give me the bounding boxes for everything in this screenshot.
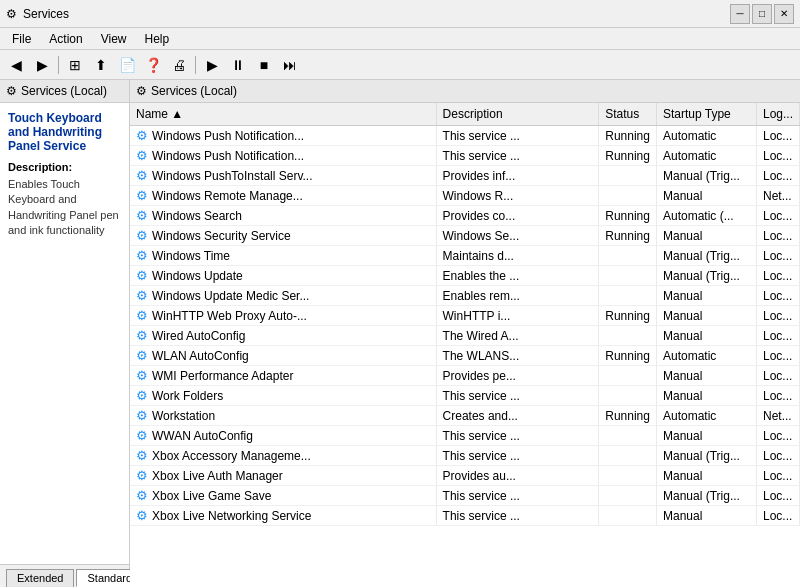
service-desc-cell: Provides pe... bbox=[436, 366, 599, 386]
menu-action[interactable]: Action bbox=[41, 30, 90, 48]
service-log-cell: Loc... bbox=[756, 226, 799, 246]
table-row[interactable]: ⚙Work FoldersThis service ...ManualLoc..… bbox=[130, 386, 800, 406]
service-desc-cell: The Wired A... bbox=[436, 326, 599, 346]
service-startup-cell: Manual (Trig... bbox=[656, 266, 756, 286]
service-status-cell: Running bbox=[599, 126, 657, 146]
col-status[interactable]: Status bbox=[599, 103, 657, 126]
table-row[interactable]: ⚙WorkstationCreates and...RunningAutomat… bbox=[130, 406, 800, 426]
service-name-cell: ⚙Work Folders bbox=[130, 386, 436, 406]
properties-button[interactable]: 📄 bbox=[115, 53, 139, 77]
service-log-cell: Loc... bbox=[756, 126, 799, 146]
selected-service-title: Touch Keyboard and Handwriting Panel Ser… bbox=[8, 111, 121, 153]
service-status-cell bbox=[599, 366, 657, 386]
menu-view[interactable]: View bbox=[93, 30, 135, 48]
tab-extended[interactable]: Extended bbox=[6, 569, 74, 587]
left-panel-icon: ⚙ bbox=[6, 84, 17, 98]
service-name-cell: ⚙Xbox Accessory Manageme... bbox=[130, 446, 436, 466]
table-row[interactable]: ⚙Xbox Live Networking ServiceThis servic… bbox=[130, 506, 800, 526]
table-row[interactable]: ⚙Xbox Live Game SaveThis service ...Manu… bbox=[130, 486, 800, 506]
service-name-cell: ⚙WLAN AutoConfig bbox=[130, 346, 436, 366]
table-row[interactable]: ⚙WinHTTP Web Proxy Auto-...WinHTTP i...R… bbox=[130, 306, 800, 326]
service-status-cell bbox=[599, 466, 657, 486]
menu-file[interactable]: File bbox=[4, 30, 39, 48]
table-row[interactable]: ⚙Windows UpdateEnables the ...Manual (Tr… bbox=[130, 266, 800, 286]
service-status-cell bbox=[599, 446, 657, 466]
service-status-cell bbox=[599, 326, 657, 346]
back-button[interactable]: ◀ bbox=[4, 53, 28, 77]
close-button[interactable]: ✕ bbox=[774, 4, 794, 24]
table-row[interactable]: ⚙Windows Security ServiceWindows Se...Ru… bbox=[130, 226, 800, 246]
service-log-cell: Loc... bbox=[756, 246, 799, 266]
help-button[interactable]: ❓ bbox=[141, 53, 165, 77]
title-bar: ⚙ Services ─ □ ✕ bbox=[0, 0, 800, 28]
table-row[interactable]: ⚙WLAN AutoConfigThe WLANS...RunningAutom… bbox=[130, 346, 800, 366]
app-icon: ⚙ bbox=[6, 7, 17, 21]
table-row[interactable]: ⚙Xbox Accessory Manageme...This service … bbox=[130, 446, 800, 466]
service-log-cell: Loc... bbox=[756, 366, 799, 386]
service-desc-cell: Enables the ... bbox=[436, 266, 599, 286]
stop-service-button[interactable]: ■ bbox=[252, 53, 276, 77]
service-status-cell: Running bbox=[599, 346, 657, 366]
service-startup-cell: Manual (Trig... bbox=[656, 486, 756, 506]
service-log-cell: Loc... bbox=[756, 286, 799, 306]
table-row[interactable]: ⚙Windows TimeMaintains d...Manual (Trig.… bbox=[130, 246, 800, 266]
service-status-cell bbox=[599, 266, 657, 286]
service-startup-cell: Manual (Trig... bbox=[656, 446, 756, 466]
service-gear-icon: ⚙ bbox=[136, 148, 148, 163]
toolbar: ◀ ▶ ⊞ ⬆ 📄 ❓ 🖨 ▶ ⏸ ■ ⏭ bbox=[0, 50, 800, 80]
col-name[interactable]: Name ▲ bbox=[130, 103, 436, 126]
service-name-cell: ⚙Wired AutoConfig bbox=[130, 326, 436, 346]
table-row[interactable]: ⚙WMI Performance AdapterProvides pe...Ma… bbox=[130, 366, 800, 386]
service-name-cell: ⚙Windows Remote Manage... bbox=[130, 186, 436, 206]
table-row[interactable]: ⚙Windows PushToInstall Serv...Provides i… bbox=[130, 166, 800, 186]
service-gear-icon: ⚙ bbox=[136, 508, 148, 523]
service-log-cell: Loc... bbox=[756, 386, 799, 406]
table-row[interactable]: ⚙Wired AutoConfigThe Wired A...ManualLoc… bbox=[130, 326, 800, 346]
maximize-button[interactable]: □ bbox=[752, 4, 772, 24]
table-row[interactable]: ⚙Windows Update Medic Ser...Enables rem.… bbox=[130, 286, 800, 306]
main-container: ⚙ Services (Local) Touch Keyboard and Ha… bbox=[0, 80, 800, 587]
toolbar-sep-2 bbox=[195, 56, 196, 74]
description-text: Enables Touch Keyboard and Handwriting P… bbox=[8, 177, 121, 239]
table-row[interactable]: ⚙Xbox Live Auth ManagerProvides au...Man… bbox=[130, 466, 800, 486]
service-log-cell: Loc... bbox=[756, 486, 799, 506]
service-name-cell: ⚙WinHTTP Web Proxy Auto-... bbox=[130, 306, 436, 326]
up-button[interactable]: ⬆ bbox=[89, 53, 113, 77]
service-startup-cell: Manual bbox=[656, 366, 756, 386]
service-desc-cell: This service ... bbox=[436, 386, 599, 406]
col-startup[interactable]: Startup Type bbox=[656, 103, 756, 126]
service-log-cell: Loc... bbox=[756, 166, 799, 186]
col-log[interactable]: Log... bbox=[756, 103, 799, 126]
service-status-cell: Running bbox=[599, 306, 657, 326]
service-desc-cell: This service ... bbox=[436, 506, 599, 526]
table-row[interactable]: ⚙Windows Remote Manage...Windows R...Man… bbox=[130, 186, 800, 206]
service-desc-cell: This service ... bbox=[436, 486, 599, 506]
service-status-cell bbox=[599, 506, 657, 526]
window-title: Services bbox=[23, 7, 69, 21]
show-hide-console-button[interactable]: ⊞ bbox=[63, 53, 87, 77]
minimize-button[interactable]: ─ bbox=[730, 4, 750, 24]
menu-help[interactable]: Help bbox=[137, 30, 178, 48]
service-desc-cell: This service ... bbox=[436, 146, 599, 166]
pause-service-button[interactable]: ⏸ bbox=[226, 53, 250, 77]
service-startup-cell: Manual bbox=[656, 226, 756, 246]
service-log-cell: Loc... bbox=[756, 206, 799, 226]
table-row[interactable]: ⚙Windows Push Notification...This servic… bbox=[130, 126, 800, 146]
table-row[interactable]: ⚙Windows SearchProvides co...RunningAuto… bbox=[130, 206, 800, 226]
service-startup-cell: Automatic (... bbox=[656, 206, 756, 226]
services-table-wrap[interactable]: Name ▲ Description Status Startup Type L… bbox=[130, 103, 800, 587]
service-gear-icon: ⚙ bbox=[136, 428, 148, 443]
col-description[interactable]: Description bbox=[436, 103, 599, 126]
start-service-button[interactable]: ▶ bbox=[200, 53, 224, 77]
service-gear-icon: ⚙ bbox=[136, 128, 148, 143]
table-row[interactable]: ⚙Windows Push Notification...This servic… bbox=[130, 146, 800, 166]
service-startup-cell: Manual bbox=[656, 286, 756, 306]
table-row[interactable]: ⚙WWAN AutoConfigThis service ...ManualLo… bbox=[130, 426, 800, 446]
service-log-cell: Loc... bbox=[756, 266, 799, 286]
service-startup-cell: Manual bbox=[656, 386, 756, 406]
forward-button[interactable]: ▶ bbox=[30, 53, 54, 77]
export-button[interactable]: 🖨 bbox=[167, 53, 191, 77]
restart-service-button[interactable]: ⏭ bbox=[278, 53, 302, 77]
service-status-cell: Running bbox=[599, 406, 657, 426]
table-header-row: Name ▲ Description Status Startup Type L… bbox=[130, 103, 800, 126]
